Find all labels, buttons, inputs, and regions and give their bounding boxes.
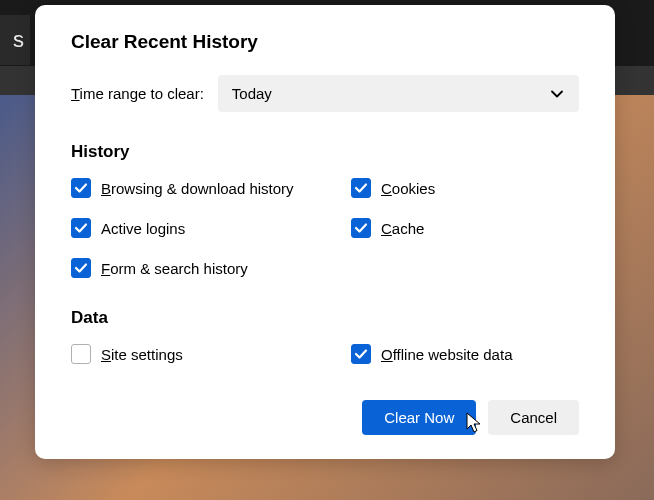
time-range-value: Today <box>232 85 272 102</box>
data-section-title: Data <box>71 308 579 328</box>
checkbox-label-form: Form & search history <box>101 260 248 277</box>
checkbox-item-cookies[interactable]: Cookies <box>351 178 579 198</box>
time-range-label: Time range to clear: <box>71 85 204 102</box>
clear-history-dialog: Clear Recent History Time range to clear… <box>35 5 615 459</box>
chevron-down-icon <box>549 86 565 102</box>
clear-now-button[interactable]: Clear Now <box>362 400 476 435</box>
background-fragment: s <box>0 15 30 65</box>
checkbox-cookies[interactable] <box>351 178 371 198</box>
checkbox-item-form[interactable]: Form & search history <box>71 258 351 278</box>
checkbox-item-logins[interactable]: Active logins <box>71 218 351 238</box>
checkbox-label-site: Site settings <box>101 346 183 363</box>
checkbox-browsing[interactable] <box>71 178 91 198</box>
checkbox-label-cache: Cache <box>381 220 424 237</box>
time-range-select[interactable]: Today <box>218 75 579 112</box>
checkbox-offline[interactable] <box>351 344 371 364</box>
checkbox-label-offline: Offline website data <box>381 346 512 363</box>
checkbox-item-offline[interactable]: Offline website data <box>351 344 579 364</box>
checkbox-label-logins: Active logins <box>101 220 185 237</box>
checkbox-logins[interactable] <box>71 218 91 238</box>
checkbox-label-browsing: Browsing & download history <box>101 180 294 197</box>
checkbox-site[interactable] <box>71 344 91 364</box>
cancel-button[interactable]: Cancel <box>488 400 579 435</box>
checkbox-item-cache[interactable]: Cache <box>351 218 579 238</box>
dialog-title: Clear Recent History <box>71 31 579 53</box>
checkbox-label-cookies: Cookies <box>381 180 435 197</box>
checkbox-item-site[interactable]: Site settings <box>71 344 351 364</box>
checkbox-cache[interactable] <box>351 218 371 238</box>
cursor-icon <box>466 412 484 434</box>
history-section-title: History <box>71 142 579 162</box>
checkbox-item-browsing[interactable]: Browsing & download history <box>71 178 351 198</box>
checkbox-form[interactable] <box>71 258 91 278</box>
